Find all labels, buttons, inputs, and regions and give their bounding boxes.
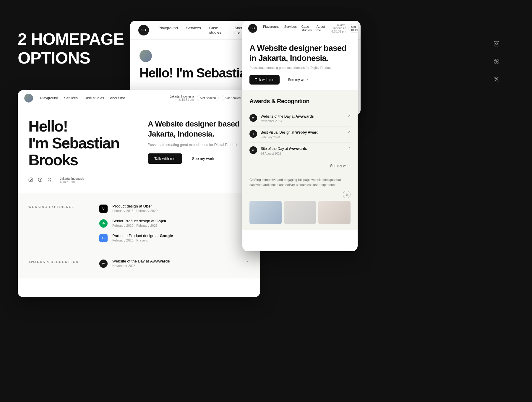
award-1-date: November 2023 [112,264,239,268]
see-my-work-link[interactable]: See my work [249,159,351,170]
see-work-button[interactable]: See my work [186,153,221,164]
hero-main-title: Hello! I'm Sebastian Brooks [28,118,130,169]
award-item-1: W Website of the Day at Awwwards Novembe… [99,259,249,268]
work-item-uber: U Product design at Uber February 2018 -… [99,204,249,213]
hero-subtitle: A Website designer based in Jakarta, Ind… [148,119,249,139]
work-item-gojek: ⊙ Senior Product design at Gojek Februar… [99,219,249,228]
uber-title: Product design at Uber [112,204,249,208]
talk-button[interactable]: Talk with me [148,153,182,164]
award-icon-1: W [249,114,257,122]
award-1-link[interactable]: ↗ [244,259,249,264]
work-experience-section: WORKING EXPERIENCE U Product design at U… [18,193,260,253]
nav-link-services[interactable]: Services [186,26,201,35]
award-icon-3: W [249,146,257,154]
right-award-date-3: 24 August 2022 [261,152,344,155]
uber-date: February 2018 - February 2020 [112,209,249,213]
right-awards-title: Awards & Recognition [249,98,351,105]
thumb-1 [249,201,282,224]
right-hero-buttons: Talk with me See my work [249,75,351,85]
right-award-info-1: Website of the Day at Awwwards November … [261,114,344,123]
right-nav-link-playground[interactable]: Playground [263,25,280,32]
avatar-sm [24,94,33,103]
hero-bottom: Hello! I'm Sebastian Brooks [18,106,260,193]
bottom-nav-about[interactable]: About me [110,96,125,100]
uber-icon: U [99,205,108,213]
instagram-icon-sm[interactable] [28,177,33,183]
external-link-icon-2[interactable]: ↗ [348,130,351,134]
right-nav-location: Jakarta, Indonesia 6:18:31 pm [331,23,346,33]
award-icon-2: ⊙ [249,130,257,138]
gojek-title: Senior Product design at Gojek [112,219,249,223]
bottom-nav-right: Jakarta, Indonesia 6:18:31 pm Slot Booke… [170,95,254,102]
right-nav-link-services[interactable]: Services [284,25,297,32]
instagram-icon[interactable] [491,38,502,49]
right-nav-link-case-studies[interactable]: Case studies [301,25,312,32]
hero-bottom-right: A Website designer based in Jakarta, Ind… [148,118,249,184]
right-see-work-button[interactable]: See my work [283,75,314,85]
right-nav-right: Jakarta, Indonesia 6:18:31 pm Slot Booke… [331,23,358,33]
svg-rect-4 [29,178,33,181]
work-info-gojek: Senior Product design at Gojek February … [112,219,249,227]
right-hero-title: A Website designer based in Jakarta, Ind… [249,43,351,63]
google-icon: G [99,234,108,242]
right-awards: Awards & Recognition W Website of the Da… [242,91,358,177]
svg-point-6 [32,178,32,179]
right-award-item-2: ⊙ Best Visual Design at Webby Award Febr… [249,127,351,143]
nav-link-case-studies[interactable]: Case studies [209,26,226,35]
twitter-x-icon[interactable] [491,74,502,85]
bottom-slot-badge-1[interactable]: Slot Booked [197,95,219,101]
bottom-navbar: Playground Services Case studies About m… [18,90,260,106]
right-preview-strip: Crafting immersive and engaging full-pag… [242,177,358,230]
preview-desc: Crafting immersive and engaging full-pag… [249,177,351,187]
bottom-nav-case-studies[interactable]: Case studies [84,96,104,100]
work-info-uber: Product design at Uber February 2018 - F… [112,204,249,213]
bottom-nav-services[interactable]: Services [64,96,78,100]
social-icons-row: Jakarta, Indonesia 6:18:31 pm [28,177,130,184]
google-date: February 2020 - Present [112,239,249,242]
hero-action-buttons: Talk with me See my work [148,153,249,164]
thumb-3 [318,201,351,224]
gojek-icon: ⊙ [99,219,108,228]
mockup-bottom: Playground Services Case studies About m… [18,90,260,297]
awards-section: AWARDS & RECOGNITION W Website of the Da… [18,253,260,278]
google-title: Part time Product design at Google [112,234,249,238]
work-info-google: Part time Product design at Google Febru… [112,234,249,242]
bottom-nav-avatar [24,94,33,103]
bottom-nav-links: Playground Services Case studies About m… [40,96,163,100]
right-award-title-1: Website of the Day at Awwwards [261,114,344,119]
page-title: 2 HOMEPAGE OPTIONS [18,30,124,68]
work-section-label: WORKING EXPERIENCE [28,204,82,242]
preview-thumbnails [249,201,351,224]
twitter-x-icon-sm[interactable] [47,177,52,183]
right-talk-button[interactable]: Talk with me [249,75,280,85]
right-award-title-3: Site of the Day at Awwwards [261,146,344,151]
right-award-date-1: November 2023 [261,119,344,123]
right-nav-link-about[interactable]: About me [317,25,325,32]
award-items: W Website of the Day at Awwwards Novembe… [99,259,249,268]
right-nav-links: Playground Services Case studies About m… [263,25,325,32]
bottom-nav-playground[interactable]: Playground [40,96,58,100]
external-link-icon-1[interactable]: ↗ [348,114,351,118]
hero-desc: Passionate creating great experiences fo… [148,142,249,147]
nav-logo[interactable]: SB [138,25,149,35]
svg-point-1 [496,43,498,45]
mockup-right: SB Playground Services Case studies Abou… [242,21,358,251]
right-slot-badge-1[interactable]: Slot Booked [348,24,358,33]
right-award-item-1: W Website of the Day at Awwwards Novembe… [249,111,351,127]
award-info-1: Website of the Day at Awwwards November … [112,259,239,268]
right-award-date-2: February 2023 [261,136,344,139]
dribbble-icon[interactable] [491,56,502,67]
info-circle-icon[interactable]: ⊕ [343,191,351,198]
right-hero-desc: Passionate creating great experiences fo… [249,65,351,70]
bottom-slot-badge-2[interactable]: Slot Booked [222,95,244,101]
external-link-icon-3[interactable]: ↗ [348,146,351,150]
work-item-google: G Part time Product design at Google Feb… [99,234,249,242]
svg-point-2 [498,42,498,43]
right-nav-logo[interactable]: SB [248,24,257,33]
avatar [140,50,152,62]
dribbble-icon-sm[interactable] [38,177,43,183]
nav-link-playground[interactable]: Playground [158,26,178,35]
right-award-info-2: Best Visual Design at Webby Award Februa… [261,130,344,139]
svg-point-5 [30,179,31,180]
nav-links: Playground Services Case studies About m… [158,26,247,35]
